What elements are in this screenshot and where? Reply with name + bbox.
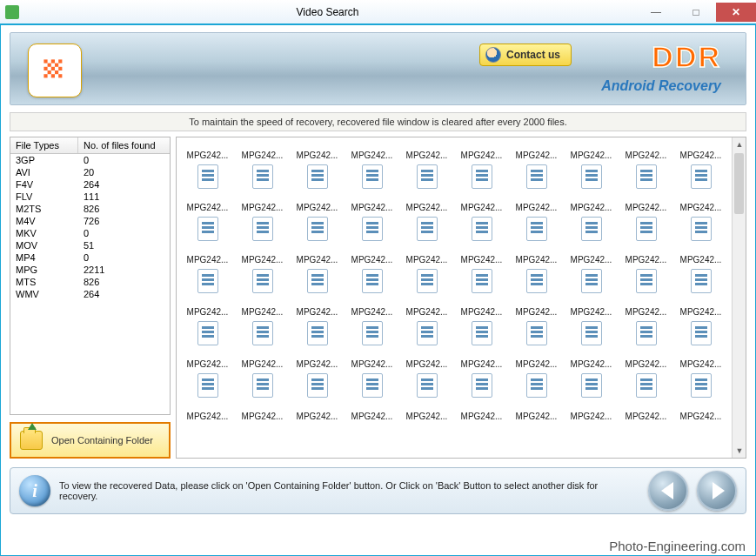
file-item-label[interactable]: MPG242... xyxy=(235,143,290,160)
file-item-label[interactable]: MPG242... xyxy=(509,143,564,160)
file-item[interactable] xyxy=(619,212,673,247)
file-item[interactable] xyxy=(619,317,673,352)
file-item-label[interactable]: MPG242... xyxy=(345,404,399,421)
file-item[interactable] xyxy=(345,265,399,299)
file-item-label[interactable]: MPG242... xyxy=(290,195,345,212)
file-item[interactable] xyxy=(509,369,564,404)
file-item-label[interactable]: MPG242... xyxy=(619,247,673,265)
scroll-up-icon[interactable]: ▲ xyxy=(733,137,746,151)
file-item[interactable] xyxy=(345,369,399,404)
file-item-label[interactable]: MPG242... xyxy=(564,352,619,369)
file-item[interactable] xyxy=(235,369,290,404)
file-item-label[interactable]: MPG242... xyxy=(345,195,399,212)
file-item[interactable] xyxy=(564,212,619,247)
file-item[interactable] xyxy=(235,160,290,195)
file-item[interactable] xyxy=(673,265,728,299)
file-item-label[interactable]: MPG242... xyxy=(345,299,399,317)
file-item-label[interactable]: MPG242... xyxy=(454,143,509,160)
file-item[interactable] xyxy=(454,369,509,404)
file-item-label[interactable]: MPG242... xyxy=(564,247,619,265)
col-header-types[interactable]: File Types xyxy=(10,137,78,153)
file-item-label[interactable]: MPG242... xyxy=(235,404,290,421)
file-item[interactable] xyxy=(290,212,345,247)
file-item-label[interactable]: MPG242... xyxy=(673,143,728,160)
table-row[interactable]: F4V264 xyxy=(10,178,170,191)
file-item[interactable] xyxy=(180,369,235,404)
file-item-label[interactable]: MPG242... xyxy=(673,195,728,212)
file-item[interactable] xyxy=(673,212,728,247)
back-button[interactable] xyxy=(648,471,688,511)
file-item-label[interactable]: MPG242... xyxy=(345,143,399,160)
file-item-label[interactable]: MPG242... xyxy=(509,404,564,421)
file-item-label[interactable]: MPG242... xyxy=(454,352,509,369)
file-item-label[interactable]: MPG242... xyxy=(564,195,619,212)
file-item-label[interactable]: MPG242... xyxy=(454,404,509,421)
file-item[interactable] xyxy=(399,265,454,299)
file-item[interactable] xyxy=(290,317,345,352)
table-row[interactable]: M2TS826 xyxy=(10,203,170,215)
file-item-label[interactable]: MPG242... xyxy=(619,299,673,317)
file-item-label[interactable]: MPG242... xyxy=(619,352,673,369)
file-item-label[interactable]: MPG242... xyxy=(180,195,235,212)
file-item[interactable] xyxy=(290,160,345,195)
file-item-label[interactable]: MPG242... xyxy=(454,299,509,317)
file-item[interactable] xyxy=(454,317,509,352)
table-row[interactable]: WMV264 xyxy=(10,288,170,300)
file-item-label[interactable]: MPG242... xyxy=(564,299,619,317)
file-item-label[interactable]: MPG242... xyxy=(290,143,345,160)
file-item-label[interactable]: MPG242... xyxy=(290,352,345,369)
file-item-label[interactable]: MPG242... xyxy=(180,299,235,317)
file-item-label[interactable]: MPG242... xyxy=(235,195,290,212)
file-item-label[interactable]: MPG242... xyxy=(673,404,728,421)
file-item[interactable] xyxy=(673,317,728,352)
close-button[interactable]: ✕ xyxy=(716,3,756,22)
table-row[interactable]: 3GP0 xyxy=(10,154,170,166)
open-containing-folder-button[interactable]: Open Containing Folder xyxy=(10,422,171,459)
file-item-label[interactable]: MPG242... xyxy=(399,143,454,160)
file-item[interactable] xyxy=(673,160,728,195)
file-item[interactable] xyxy=(454,212,509,247)
file-item[interactable] xyxy=(345,317,399,352)
file-item[interactable] xyxy=(235,317,290,352)
file-item[interactable] xyxy=(399,369,454,404)
file-item[interactable] xyxy=(509,265,564,299)
col-header-count[interactable]: No. of files found xyxy=(78,137,170,153)
file-item-label[interactable]: MPG242... xyxy=(235,247,290,265)
file-item-label[interactable]: MPG242... xyxy=(509,299,564,317)
scroll-thumb[interactable] xyxy=(734,153,744,214)
file-item-label[interactable]: MPG242... xyxy=(399,195,454,212)
file-item[interactable] xyxy=(564,265,619,299)
file-item[interactable] xyxy=(454,160,509,195)
file-item-label[interactable]: MPG242... xyxy=(673,352,728,369)
table-row[interactable]: FLV111 xyxy=(10,191,170,203)
table-row[interactable]: MP40 xyxy=(10,251,170,264)
file-item-label[interactable]: MPG242... xyxy=(509,247,564,265)
file-item-label[interactable]: MPG242... xyxy=(509,352,564,369)
file-item[interactable] xyxy=(619,265,673,299)
file-item-label[interactable]: MPG242... xyxy=(619,143,673,160)
table-row[interactable]: MPG2211 xyxy=(10,264,170,276)
scroll-down-icon[interactable]: ▼ xyxy=(733,444,746,458)
file-item-label[interactable]: MPG242... xyxy=(399,299,454,317)
file-item[interactable] xyxy=(619,369,673,404)
file-item-label[interactable]: MPG242... xyxy=(290,404,345,421)
file-item[interactable] xyxy=(399,317,454,352)
file-item-label[interactable]: MPG242... xyxy=(180,143,235,160)
file-item-label[interactable]: MPG242... xyxy=(235,352,290,369)
file-item[interactable] xyxy=(345,212,399,247)
file-item-label[interactable]: MPG242... xyxy=(454,247,509,265)
maximize-button[interactable]: □ xyxy=(676,3,716,22)
file-item-label[interactable]: MPG242... xyxy=(564,404,619,421)
file-item-label[interactable]: MPG242... xyxy=(399,247,454,265)
file-item-label[interactable]: MPG242... xyxy=(399,404,454,421)
next-button[interactable] xyxy=(697,471,737,511)
file-item-label[interactable]: MPG242... xyxy=(619,195,673,212)
file-item[interactable] xyxy=(290,369,345,404)
file-item[interactable] xyxy=(619,160,673,195)
file-item-label[interactable]: MPG242... xyxy=(673,299,728,317)
file-item-label[interactable]: MPG242... xyxy=(290,299,345,317)
file-item[interactable] xyxy=(673,369,728,404)
minimize-button[interactable]: — xyxy=(636,3,676,22)
file-item-label[interactable]: MPG242... xyxy=(564,143,619,160)
file-item-label[interactable]: MPG242... xyxy=(345,352,399,369)
